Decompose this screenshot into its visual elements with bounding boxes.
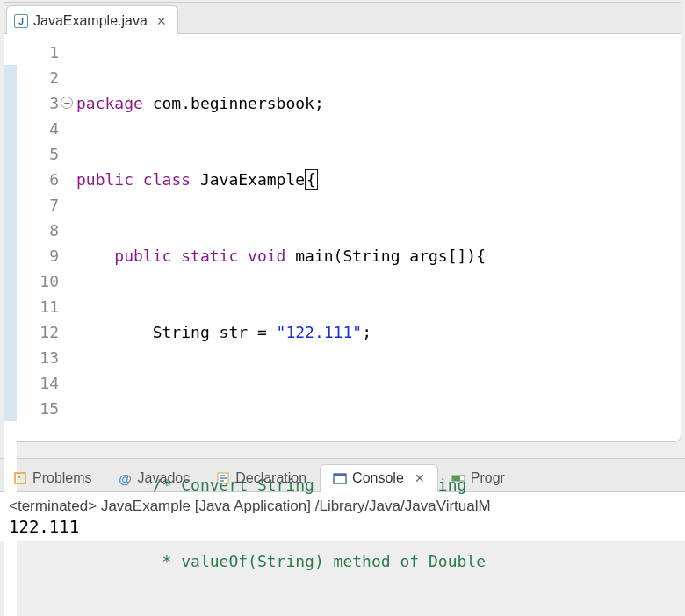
tab-label: Progr (471, 470, 505, 486)
line-number: 11 (17, 294, 69, 319)
line-number: 13 (17, 345, 69, 370)
line-number: 10 (17, 269, 69, 294)
progress-icon (451, 471, 465, 485)
line-number: 7 (17, 192, 69, 218)
line-number: 6 (17, 167, 69, 192)
tab-console[interactable]: Console ✕ (320, 464, 438, 492)
fold-icon[interactable]: − (61, 97, 73, 109)
editor-panel: J JavaExample.java ✕ 1 2 3− 4 (4, 2, 681, 442)
editor-tab[interactable]: J JavaExample.java ✕ (6, 5, 178, 34)
cursor: { (305, 169, 318, 190)
tab-progress[interactable]: Progr (438, 464, 518, 491)
tab-declaration[interactable]: Declaration (203, 464, 320, 491)
svg-rect-4 (334, 474, 346, 476)
code-line: public static void main(String args[]){ (76, 243, 681, 269)
line-number: 14 (17, 370, 69, 396)
line-number: 4 (17, 116, 69, 141)
javadoc-icon: @ (119, 471, 133, 485)
editor-tab-bar: J JavaExample.java ✕ (4, 3, 681, 34)
declaration-icon (216, 471, 230, 485)
line-number: 9 (17, 243, 69, 269)
line-numbers: 1 2 3− 4 5 6 7 8 9 10 11 12 13 14 15 (17, 39, 69, 616)
tab-label: JavaExample.java (33, 13, 148, 29)
line-number: 12 (17, 319, 69, 345)
line-number: 8 (17, 218, 69, 243)
tab-label: Javadoc (138, 470, 191, 486)
line-number: 5 (17, 141, 69, 167)
close-icon[interactable]: ✕ (156, 14, 167, 28)
code-content[interactable]: package com.beginnersbook; public class … (69, 39, 681, 616)
code-area[interactable]: 1 2 3− 4 5 6 7 8 9 10 11 12 13 14 15 pac… (4, 34, 681, 616)
code-line: String str = "122.111"; (76, 319, 681, 345)
tab-label: Console (352, 470, 404, 486)
console-icon (333, 471, 347, 485)
tab-javadoc[interactable]: @ Javadoc (105, 464, 204, 491)
line-number: 15 (17, 396, 69, 421)
code-line: package com.beginnersbook; (76, 90, 681, 116)
line-number: 2 (17, 65, 69, 90)
line-number: 1 (17, 39, 69, 65)
code-line: * valueOf(String) method of Double (76, 548, 681, 574)
java-file-icon: J (14, 14, 28, 28)
code-line (76, 396, 681, 421)
tab-label: Declaration (235, 470, 306, 486)
close-icon[interactable]: ✕ (415, 471, 425, 485)
svg-rect-6 (452, 476, 460, 481)
code-line: public class JavaExample{ (76, 167, 681, 192)
line-number: 3− (17, 90, 69, 116)
